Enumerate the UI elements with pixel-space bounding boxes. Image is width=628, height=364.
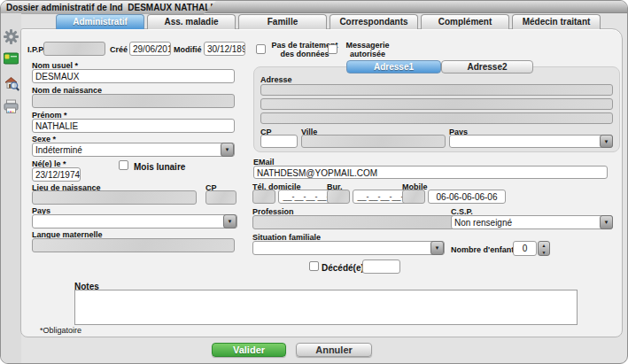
messagerie-label: Messagerie autorisée [340, 41, 395, 58]
tel-domicile-prefix-field[interactable] [252, 190, 275, 204]
mandatory-note: *Obligatoire [40, 326, 81, 335]
decede-checkbox[interactable] [309, 261, 319, 271]
cp-naissance-field[interactable] [205, 190, 236, 205]
printer-icon[interactable] [4, 99, 19, 114]
bureau-prefix-field[interactable] [327, 190, 350, 204]
sexe-dropdown-arrow-icon[interactable]: ▼ [221, 143, 234, 157]
annuler-button[interactable]: Annuler [296, 343, 372, 357]
pays-dropdown-arrow-icon[interactable]: ▼ [223, 214, 236, 228]
ne-le-field[interactable]: 23/12/1974 [32, 167, 81, 182]
toolbar-sidebar [1, 13, 21, 363]
mois-lunaire-checkbox[interactable] [119, 160, 128, 170]
adresse-pays-select[interactable] [449, 135, 613, 148]
modified-date-field[interactable]: 30/12/1899 [204, 42, 245, 56]
adresse-line2-field[interactable] [260, 98, 613, 110]
tab-adresse2[interactable]: Adresse2 [441, 60, 533, 74]
nom-naissance-field[interactable] [32, 94, 235, 108]
csp-select[interactable]: Non renseigné [451, 215, 613, 229]
tab-correspondants[interactable]: Correspondants [330, 14, 418, 29]
patient-admin-window: Dossier administratif de Ind DESMAUX NAT… [0, 0, 628, 364]
ipp-label: I.P.P. [27, 45, 45, 54]
email-field[interactable]: NATHDESM@YOPMAIL.COM [253, 166, 608, 179]
prenom-field[interactable]: NATHALIE [32, 119, 235, 133]
tab-adresse1[interactable]: Adresse1 [346, 60, 441, 74]
adresse-ville-field[interactable] [301, 135, 446, 148]
adresse-line1-field[interactable] [260, 84, 613, 96]
window-title: Dossier administratif de Ind DESMAUX NAT… [1, 1, 216, 14]
tab-famille[interactable]: Famille [238, 14, 327, 29]
nom-usuel-field[interactable]: DESMAUX [32, 69, 235, 83]
csp-dropdown-arrow-icon[interactable]: ▼ [600, 215, 613, 229]
tab-complement[interactable]: Complément [421, 14, 509, 29]
situation-familiale-select[interactable] [252, 241, 445, 255]
notes-textarea[interactable] [74, 290, 578, 325]
situation-familiale-dropdown-arrow-icon[interactable]: ▼ [430, 241, 444, 255]
pays-select[interactable] [32, 214, 237, 228]
lieu-naissance-field[interactable] [32, 190, 197, 205]
tab-ass-maladie[interactable]: Ass. maladie [147, 14, 236, 29]
mois-lunaire-label: Mois lunaire [134, 162, 185, 172]
ipp-field[interactable] [43, 42, 105, 56]
decede-date-field[interactable] [362, 259, 400, 274]
tab-administratif[interactable]: Administratif [56, 14, 144, 29]
adresse-cp-field[interactable] [260, 135, 298, 148]
adresse-line3-field[interactable] [260, 112, 613, 124]
messagerie-checkbox[interactable] [328, 44, 337, 54]
nombre-enfants-field[interactable]: 0 [513, 241, 537, 256]
address-lookup-icon[interactable] [4, 75, 19, 90]
valider-button[interactable]: Valider [212, 343, 286, 357]
adresse-pays-dropdown-arrow-icon[interactable]: ▼ [600, 135, 613, 148]
tab-medecin-traitant[interactable]: Médecin traitant [512, 14, 601, 29]
mobile-prefix-field[interactable] [402, 190, 425, 204]
adresse-label: Adresse [260, 75, 292, 84]
carte-vitale-card-icon[interactable] [4, 52, 19, 67]
settings-gear-icon[interactable] [4, 29, 19, 44]
created-date-field[interactable]: 29/06/2016 [129, 42, 171, 56]
sexe-select[interactable]: Indéterminé [32, 143, 235, 157]
pas-traitement-checkbox[interactable] [256, 44, 266, 54]
mobile-field[interactable]: 06-06-06-06-06 [428, 190, 506, 204]
nombre-enfants-spinner[interactable]: ▲▼ [538, 241, 550, 256]
langue-maternelle-field[interactable] [32, 238, 235, 252]
